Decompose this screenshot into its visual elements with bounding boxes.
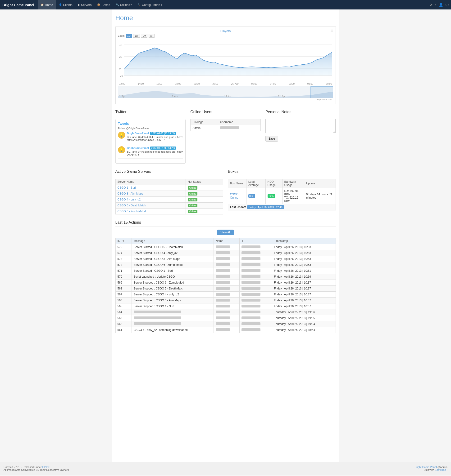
zoom-all-button[interactable]: All <box>149 34 154 38</box>
online-users-table: Privilege Username Admin <box>190 119 261 131</box>
action-msg-6: Server Stopped : CSGO 6 - ZombieMod <box>132 280 213 286</box>
server-link-4[interactable]: CSGO 6 - ZombieMod <box>118 210 146 213</box>
action-name-3 <box>214 262 240 268</box>
zoom-1d-button[interactable]: 1D <box>126 34 132 38</box>
nav-item-clients[interactable]: 👤 Clients <box>56 0 75 9</box>
actions-title: Last 15 Actions <box>115 220 336 227</box>
tweet-date-1: 2013-04-24 (17:53:23) <box>150 146 176 150</box>
twitter-widget: Tweets Follow @BrightGamePanel 💡 BrightG… <box>115 119 186 164</box>
action-name-7 <box>214 286 240 292</box>
sort-icon-id: ▼ <box>122 239 125 243</box>
action-name-8 <box>214 292 240 298</box>
save-notes-button[interactable]: Save <box>265 136 278 141</box>
twitter-section-title: Twitter <box>115 110 186 116</box>
nav-item-home[interactable]: 🏠 Home <box>38 0 56 9</box>
active-servers-section: Active Game Servers Server Name Net Stat… <box>115 170 223 214</box>
nav-link-utilities[interactable]: 🔧 Utilities ▾ <box>113 0 135 9</box>
personal-notes-widget: Save <box>265 119 336 141</box>
server-link-1[interactable]: CSGO 3 - Aim Maps <box>118 192 143 195</box>
action-row-10: 565 Server Stopped : CSGO 1 - Surf Frida… <box>115 304 336 309</box>
nav-item-boxes[interactable]: 📦 Boxes <box>94 0 113 9</box>
nav-link-boxes[interactable]: 📦 Boxes <box>94 0 113 9</box>
server-link-0[interactable]: CSGO 1 - Surf <box>118 186 136 189</box>
nav-label-2: 15. Apr <box>224 95 232 98</box>
configuration-icon: 🔨 <box>138 3 141 6</box>
axis-label-5: 22:00 <box>212 83 218 85</box>
axis-label-8: 04:00 <box>270 83 276 85</box>
action-msg-11 <box>132 309 213 315</box>
tweet-text-0: BGPanel Updated, 0.4.0 is now out, grab … <box>127 136 183 141</box>
blurred-msg-12 <box>134 317 181 319</box>
power-icon[interactable]: ⏻ <box>445 3 449 7</box>
online-users-section: Online Users Privilege Username Admin <box>190 110 261 164</box>
footer: Copyleft - 2013. Released Under GPLv3 Al… <box>0 462 451 475</box>
box-link-0[interactable]: CSGO Online <box>230 193 238 199</box>
server-name-2: CSGO 4 - only_d2 <box>115 197 186 203</box>
col-action-id[interactable]: ID ▼ <box>115 238 132 244</box>
col-net-status: Net Status <box>186 179 223 185</box>
refresh-icon[interactable]: ⟳ <box>430 3 432 7</box>
brand-footer-link[interactable]: Bright Game Panel <box>415 466 437 468</box>
chart-navigator[interactable]: 1. Apr 8. Apr 15. Apr 22. Apr <box>118 86 333 98</box>
action-row-12: 563 Thursday | April 25, 2013 | 19:05 <box>115 315 336 321</box>
footer-line2: All Images Are Copyrighted By Their Resp… <box>4 468 69 471</box>
configuration-dropdown-arrow: ▾ <box>161 4 162 6</box>
server-link-2[interactable]: CSGO 4 - only_d2 <box>118 198 141 201</box>
nav-link-clients[interactable]: 👤 Clients <box>56 0 75 9</box>
tweet-author-1[interactable]: BrightGamePanel <box>127 146 149 149</box>
server-name-0: CSGO 1 - Surf <box>115 185 186 191</box>
action-id-12: 563 <box>115 315 132 321</box>
action-row-9: 566 Server Stopped : CSGO 3 - Aim Maps F… <box>115 298 336 304</box>
action-ip-14 <box>239 327 272 333</box>
tweet-item-0: 💡 BrightGamePanel 2013-04-25 (23:13:21) … <box>118 132 183 144</box>
chart-menu-icon[interactable]: ☰ <box>330 29 333 33</box>
blurred-ip-12 <box>242 317 260 319</box>
nav-item-servers[interactable]: ▶ Servers <box>75 0 94 9</box>
axis-label-7: 02:00 <box>251 83 257 85</box>
bootstrap-link[interactable]: Bootstrap <box>435 468 446 471</box>
axis-label-9: 06:00 <box>289 83 294 85</box>
server-name-3: CSGO 5 - DeathMatch <box>115 203 186 208</box>
server-link-3[interactable]: CSGO 5 - DeathMatch <box>118 204 146 207</box>
upload-icon[interactable]: ↑ <box>435 3 437 7</box>
brand-logo[interactable]: Bright Game Panel <box>2 3 38 7</box>
server-row-4: CSGO 6 - ZombieMod Online <box>115 208 223 214</box>
user-icon[interactable]: 👤 <box>439 3 443 7</box>
nav-item-configuration[interactable]: 🔨 Configuration ▾ <box>135 0 165 9</box>
personal-notes-section: Personal Notes Save <box>265 110 336 164</box>
notes-textarea[interactable] <box>265 119 336 133</box>
action-ip-2 <box>239 256 272 262</box>
follow-button[interactable]: Follow @BrightGamePanel <box>118 127 150 130</box>
nav-item-utilities[interactable]: 🔧 Utilities ▾ <box>113 0 135 9</box>
nav-link-servers[interactable]: ▶ Servers <box>75 0 94 9</box>
blurred-name-3 <box>216 263 230 266</box>
tweet-text-1: BGPanel 0.4.0 planned to be released on … <box>127 150 183 156</box>
blurred-name-14 <box>216 328 230 331</box>
blurred-name-0 <box>216 245 230 248</box>
server-row-3: CSGO 5 - DeathMatch Online <box>115 203 223 208</box>
action-ts-4: Friday | April 26, 2013 | 10:51 <box>272 268 336 274</box>
boxes-icon: 📦 <box>97 3 100 6</box>
view-all-button[interactable]: View All <box>217 230 234 235</box>
action-name-10 <box>214 304 240 309</box>
tweet-author-0[interactable]: BrightGamePanel <box>127 132 149 135</box>
col-action-timestamp: Timestamp <box>272 238 336 244</box>
server-status-4: Online <box>186 208 223 214</box>
action-id-5: 570 <box>115 274 132 280</box>
nav-link-configuration[interactable]: 🔨 Configuration ▾ <box>135 0 165 9</box>
action-ts-8: Friday | April 26, 2013 | 10:37 <box>272 292 336 298</box>
user-privilege-0: Admin <box>191 125 218 131</box>
tweet-content-1: BrightGamePanel 2013-04-24 (17:53:23) BG… <box>127 146 183 156</box>
action-ts-10: Friday | April 26, 2013 | 10:37 <box>272 304 336 309</box>
action-row-6: 569 Server Stopped : CSGO 6 - ZombieMod … <box>115 280 336 286</box>
footer-right-line1: Bright Game Panel @Admin <box>415 466 447 468</box>
zoom-1m-button[interactable]: 1M <box>141 34 147 38</box>
tweet-date-0: 2013-04-25 (23:13:21) <box>150 132 176 135</box>
nav-link-home[interactable]: 🏠 Home <box>38 0 56 9</box>
action-ip-3 <box>239 262 272 268</box>
status-badge-0: Online <box>188 186 197 189</box>
col-server-name: Server Name <box>115 179 186 185</box>
action-ts-9: Friday | April 26, 2013 | 10:37 <box>272 298 336 304</box>
license-link[interactable]: GPLv3 <box>42 466 50 468</box>
zoom-1w-button[interactable]: 1W <box>133 34 140 38</box>
